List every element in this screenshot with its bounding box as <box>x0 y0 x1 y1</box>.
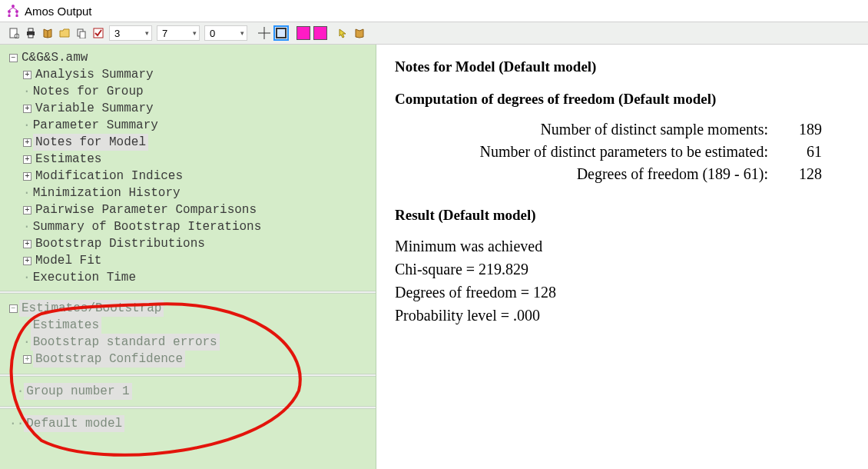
expand-icon[interactable]: + <box>23 206 31 215</box>
tree-item[interactable]: ·Execution Time <box>9 269 371 286</box>
tree-item[interactable]: +Estimates <box>9 151 371 168</box>
expand-icon[interactable]: + <box>23 172 31 181</box>
toolbar-spin-3-value: 0 <box>210 28 215 39</box>
toolbar-spin-2[interactable]: 7 ▾ <box>157 25 200 41</box>
tree-item[interactable]: +Bootstrap Confidence <box>9 351 371 368</box>
expand-icon[interactable]: + <box>23 355 31 364</box>
tree-item-label: Execution Time <box>31 269 138 286</box>
dof-value: 189 <box>785 121 822 138</box>
tree-item[interactable]: ·Bootstrap standard errors <box>9 334 371 351</box>
svg-rect-4 <box>16 15 18 17</box>
tree-item[interactable]: ·Parameter Summary <box>9 117 371 134</box>
svg-point-0 <box>12 5 15 8</box>
tree-item-label: Estimates <box>31 317 101 334</box>
tree-item-label: Estimates <box>33 151 104 168</box>
expand-icon[interactable]: + <box>23 155 31 164</box>
tree-item[interactable]: ·Summary of Bootstrap Iterations <box>9 218 371 235</box>
expand-icon[interactable]: + <box>23 240 31 248</box>
estimates-root[interactable]: − Estimates/Bootstrap <box>9 300 371 317</box>
dropdown-caret-icon: ▾ <box>145 29 149 37</box>
dropdown-caret-icon: ▾ <box>193 29 197 37</box>
dof-row: Degrees of freedom (189 - 61):128 <box>395 163 850 185</box>
collapse-icon[interactable]: − <box>9 304 18 313</box>
svg-rect-9 <box>10 28 17 38</box>
result-heading: Result (Default model) <box>395 207 850 224</box>
result-line: Probability level = .000 <box>395 304 850 327</box>
print-icon[interactable] <box>23 25 38 41</box>
tree-item-label: Bootstrap Confidence <box>33 351 185 368</box>
group-label: Group number 1 <box>24 383 131 400</box>
group-panel: ·· Group number 1 <box>0 377 376 406</box>
color-swatch-magenta-2[interactable] <box>313 26 327 40</box>
tree-item-label: Modification Indices <box>33 168 185 185</box>
navigation-column: − C&G&S.amw +Analysis Summary·Notes for … <box>0 45 376 469</box>
toolbar-spin-3[interactable]: 0 ▾ <box>204 25 247 41</box>
expand-icon[interactable]: + <box>23 71 31 79</box>
result-line: Degrees of freedom = 128 <box>395 281 850 304</box>
tree-item[interactable]: ·Estimates <box>9 317 371 334</box>
toolbar: 3 ▾ 7 ▾ 0 ▾ <box>0 22 868 45</box>
window-title: Amos Output <box>25 5 92 18</box>
tree-item[interactable]: +Model Fit <box>9 252 371 269</box>
tree-item-label: Bootstrap standard errors <box>31 334 220 351</box>
open-folder-icon[interactable] <box>57 25 72 41</box>
copy-icon[interactable] <box>74 25 89 41</box>
svg-line-6 <box>13 8 17 10</box>
svg-rect-3 <box>8 15 11 17</box>
collapse-icon[interactable]: − <box>9 54 18 62</box>
expand-icon[interactable]: + <box>23 138 31 147</box>
tree-item-label: Variable Summary <box>33 100 156 117</box>
dof-heading: Computation of degrees of freedom (Defau… <box>395 91 850 108</box>
tree-item[interactable]: +Bootstrap Distributions <box>9 235 371 252</box>
tree-item-label: Summary of Bootstrap Iterations <box>31 218 264 235</box>
svg-rect-20 <box>277 28 286 38</box>
tree-item[interactable]: ·Minimization History <box>9 185 371 201</box>
tree-item-label: Minimization History <box>31 185 183 201</box>
model-label: Default model <box>24 415 124 432</box>
tree-item[interactable]: +Variable Summary <box>9 100 371 117</box>
toolbar-spin-1[interactable]: 3 ▾ <box>109 25 152 41</box>
tree-root[interactable]: − C&G&S.amw <box>9 49 371 66</box>
dof-value: 128 <box>785 165 822 183</box>
options-checkbox-icon[interactable] <box>91 25 106 41</box>
svg-rect-12 <box>28 28 33 32</box>
result-lines: Minimum was achievedChi-square = 219.829… <box>395 234 850 327</box>
svg-rect-16 <box>80 32 85 38</box>
content-panel: Notes for Model (Default model) Computat… <box>376 45 868 469</box>
titlebar: Amos Output <box>0 0 868 22</box>
main-splitter: − C&G&S.amw +Analysis Summary·Notes for … <box>0 45 868 469</box>
svg-rect-13 <box>28 35 33 38</box>
pointer-tool-icon[interactable] <box>335 25 350 41</box>
page-preview-icon[interactable] <box>6 25 22 41</box>
estimates-root-label: Estimates/Bootstrap <box>19 300 164 317</box>
tree-item[interactable]: +Pairwise Parameter Comparisons <box>9 201 371 218</box>
tree-item-label: Pairwise Parameter Comparisons <box>33 201 259 218</box>
rectangle-tool-icon[interactable] <box>273 25 289 41</box>
dof-label: Number of distinct parameters to be esti… <box>480 143 768 161</box>
dof-row: Number of distinct parameters to be esti… <box>395 141 850 163</box>
tree-item[interactable]: +Analysis Summary <box>9 66 371 83</box>
tree-item[interactable]: +Modification Indices <box>9 168 371 185</box>
tree-item[interactable]: ·Notes for Group <box>9 83 371 100</box>
tree-item[interactable]: +Notes for Model <box>9 134 371 151</box>
notes-heading: Notes for Model (Default model) <box>395 58 850 75</box>
group-item[interactable]: ·· Group number 1 <box>9 383 371 400</box>
model-panel: ·· Default model <box>0 409 376 443</box>
dropdown-caret-icon: ▾ <box>240 29 244 37</box>
tree-item-label: Notes for Group <box>31 83 146 100</box>
tree-item-label: Model Fit <box>33 252 104 269</box>
tree-item-label: Parameter Summary <box>31 117 161 134</box>
estimates-tree-panel: − Estimates/Bootstrap ·Estimates·Bootstr… <box>0 294 376 374</box>
amos-app-icon <box>6 4 20 18</box>
main-tree-panel: − C&G&S.amw +Analysis Summary·Notes for … <box>0 45 376 291</box>
book-help-icon[interactable] <box>352 25 367 41</box>
dof-label: Number of distinct sample moments: <box>540 121 768 138</box>
color-swatch-magenta[interactable] <box>297 26 310 40</box>
expand-icon[interactable]: + <box>23 105 31 113</box>
expand-icon[interactable]: + <box>23 257 31 265</box>
book-icon[interactable] <box>40 25 55 41</box>
model-item[interactable]: ·· Default model <box>9 415 371 432</box>
crosshair-tool-icon[interactable] <box>257 25 272 41</box>
dof-table: Number of distinct sample moments:189Num… <box>395 118 850 185</box>
result-line: Minimum was achieved <box>395 234 850 258</box>
